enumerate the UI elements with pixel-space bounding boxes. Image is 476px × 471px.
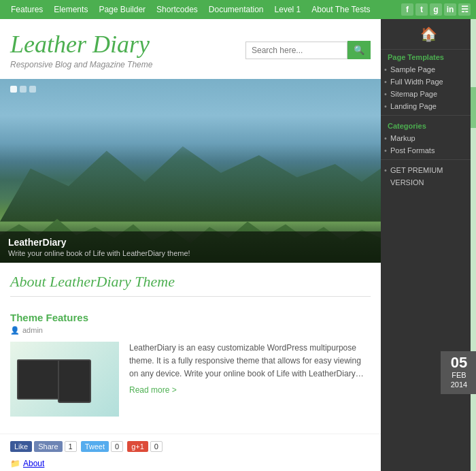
sidebar-page-templates-title: Page Templates	[381, 50, 476, 63]
sidebar: 🏠 Page Templates Sample Page Full Width …	[381, 19, 476, 471]
folder-icon: 📁	[10, 459, 20, 468]
about-title: About LeatherDiary Theme	[10, 273, 371, 297]
top-nav: Features Elements Page Builder Shortcode…	[0, 0, 476, 19]
sidebar-premium[interactable]: GET PREMIUM	[381, 163, 476, 176]
post-body: LeatherDiary is an easy customizable Wor…	[129, 342, 371, 417]
post-content: LeatherDiary is an easy customizable Wor…	[10, 342, 371, 417]
sidebar-divider-2	[381, 159, 476, 160]
rss-icon[interactable]: ☴	[458, 3, 471, 16]
search-button[interactable]: 🔍	[347, 41, 371, 59]
sidebar-item-landing[interactable]: Landing Page	[381, 100, 476, 112]
slide-caption: LeatherDiary Write your online book of L…	[0, 231, 381, 263]
tweet-count: 0	[111, 441, 123, 452]
search-input[interactable]	[245, 42, 347, 59]
date-year: 2014	[443, 380, 475, 389]
nav-shortcodes[interactable]: Shortcodes	[151, 0, 203, 19]
fb-like-button[interactable]: Like	[10, 441, 32, 452]
nav-level1[interactable]: Level 1	[269, 0, 307, 19]
slider-dots	[10, 86, 36, 93]
sidebar-item-markup[interactable]: Markup	[381, 132, 476, 144]
sidebar-item-sample-page[interactable]: Sample Page	[381, 63, 476, 76]
devices-image	[10, 342, 119, 417]
gplus-button[interactable]: g+1	[127, 441, 148, 452]
post-thumbnail	[10, 342, 119, 417]
social-icons: f t g in ☴	[401, 3, 471, 16]
content-area: Leather Diary Responsive Blog and Magazi…	[0, 19, 476, 471]
twitter-icon[interactable]: t	[415, 3, 428, 16]
site-header: Leather Diary Responsive Blog and Magazi…	[0, 19, 381, 79]
read-more-link[interactable]: Read more >	[129, 385, 177, 395]
scrollbar-track	[471, 19, 476, 471]
sidebar-item-sitemap[interactable]: Sitemap Page	[381, 88, 476, 100]
gplus-section: g+1 0	[127, 441, 163, 452]
post-meta: 👤 admin	[10, 326, 371, 335]
sidebar-home: 🏠	[381, 19, 476, 50]
nav-documentation[interactable]: Documentation	[203, 0, 269, 19]
slide-desc: Write your online book of Life with Leat…	[8, 249, 373, 257]
nav-elements[interactable]: Elements	[48, 0, 93, 19]
slide-title: LeatherDiary	[8, 237, 373, 248]
tweet-section: Tweet 0	[81, 441, 123, 452]
site-title: Leather Diary	[10, 31, 245, 59]
main-content: Leather Diary Responsive Blog and Magazi…	[0, 19, 381, 471]
site-branding: Leather Diary Responsive Blog and Magazi…	[10, 31, 245, 69]
nav-about-tests[interactable]: About The Tests	[306, 0, 375, 19]
social-bar: Like Share 1 Tweet 0 g+1 0	[0, 434, 381, 455]
post-title: Theme Features	[10, 312, 371, 323]
home-icon[interactable]: 🏠	[420, 26, 437, 42]
date-day: 05	[443, 355, 475, 370]
about-section: About LeatherDiary Theme	[0, 263, 381, 312]
nav-features[interactable]: Features	[5, 0, 48, 19]
post-section: Theme Features 👤 admin LeatherDiary is a…	[0, 312, 381, 427]
sidebar-divider-1	[381, 115, 476, 116]
slider-dot-3[interactable]	[29, 86, 36, 93]
sidebar-item-full-width[interactable]: Full Width Page	[381, 76, 476, 88]
post-author: admin	[22, 326, 43, 334]
category-link[interactable]: About	[23, 459, 44, 468]
facebook-icon[interactable]: f	[401, 3, 413, 16]
fb-share-button[interactable]: Share	[34, 441, 62, 452]
slider-dot-2[interactable]	[20, 86, 27, 93]
site-tagline: Responsive Blog and Magazine Theme	[10, 60, 245, 69]
user-icon: 👤	[10, 326, 20, 335]
fb-like: Like Share 1	[10, 441, 77, 452]
post-category: 📁 About	[0, 455, 381, 471]
fb-count: 1	[65, 441, 77, 452]
sidebar-item-post-formats[interactable]: Post Formats	[381, 144, 476, 157]
sidebar-categories-title: Categories	[381, 118, 476, 132]
slider-dot-1[interactable]	[10, 86, 17, 93]
scrollbar-thumb[interactable]	[471, 87, 476, 128]
search-form: 🔍	[245, 41, 371, 59]
sidebar-version: VERSION	[381, 176, 476, 190]
post-excerpt: LeatherDiary is an easy customizable Wor…	[129, 342, 371, 381]
date-badge: 05 FEB 2014	[441, 351, 476, 394]
gplus-count: 0	[150, 441, 163, 452]
linkedin-icon[interactable]: in	[444, 3, 456, 16]
nav-page-builder[interactable]: Page Builder	[93, 0, 151, 19]
date-month: FEB	[443, 370, 475, 380]
googleplus-icon[interactable]: g	[430, 3, 442, 16]
hero-slider: LeatherDiary Write your online book of L…	[0, 79, 381, 263]
tweet-button[interactable]: Tweet	[81, 441, 109, 452]
